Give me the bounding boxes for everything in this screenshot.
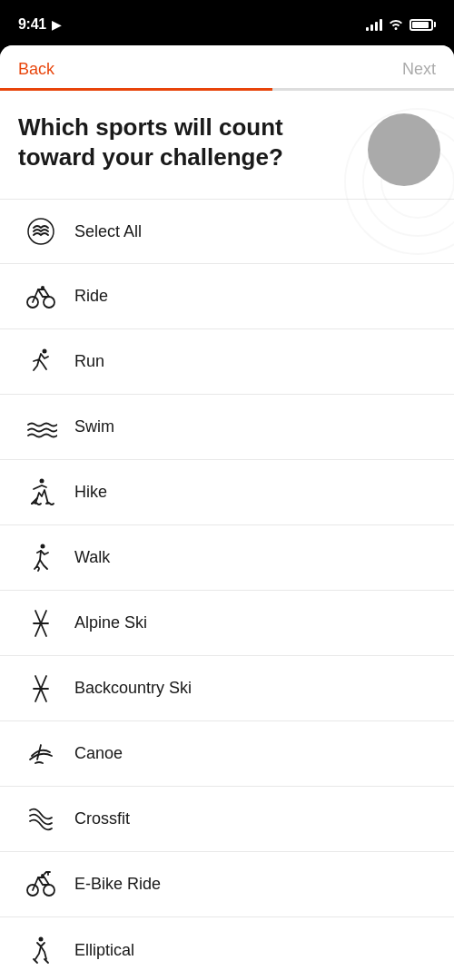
sport-item-ride[interactable]: Ride <box>0 264 454 329</box>
signal-icon <box>366 19 382 31</box>
sport-label-backcountry-ski: Backcountry Ski <box>74 679 192 698</box>
canoe-icon <box>18 731 64 777</box>
svg-point-18 <box>44 885 54 896</box>
sport-item-alpine-ski[interactable]: Alpine Ski <box>0 591 454 656</box>
alpine-ski-icon <box>18 601 64 646</box>
sport-list: Select All Ride <box>0 199 454 980</box>
sport-item-backcountry-ski[interactable]: Backcountry Ski <box>0 656 454 721</box>
svg-point-7 <box>41 286 44 289</box>
svg-point-20 <box>39 937 44 942</box>
sport-item-hike[interactable]: Hike <box>0 460 454 525</box>
battery-icon <box>410 19 436 31</box>
status-time: 9:41 <box>18 16 46 33</box>
sport-item-walk[interactable]: Walk <box>0 525 454 591</box>
decorative-circle <box>363 109 445 191</box>
sport-label-select-all: Select All <box>74 222 142 241</box>
ebike-icon <box>18 862 64 907</box>
sport-item-run[interactable]: Run <box>0 329 454 395</box>
svg-point-10 <box>41 544 45 548</box>
sport-label-ride: Ride <box>74 287 108 306</box>
run-icon <box>18 339 64 385</box>
backcountry-ski-icon <box>18 666 64 711</box>
sport-label-ebike: E-Bike Ride <box>74 875 161 894</box>
svg-point-6 <box>44 297 54 308</box>
sport-item-ebike[interactable]: E-Bike Ride <box>0 852 454 917</box>
sport-label-alpine-ski: Alpine Ski <box>74 613 147 632</box>
nav-bar: Back Next <box>0 45 454 79</box>
ride-icon <box>18 274 64 319</box>
status-bar: 9:41 ▶ <box>0 0 454 45</box>
sport-label-crossfit: Crossfit <box>74 809 130 828</box>
select-all-icon <box>18 209 64 254</box>
sport-item-swim[interactable]: Swim <box>0 395 454 460</box>
sport-item-crossfit[interactable]: Crossfit <box>0 787 454 852</box>
sport-label-canoe: Canoe <box>74 744 123 763</box>
next-button[interactable]: Next <box>402 60 436 79</box>
sport-label-elliptical: Elliptical <box>74 941 134 960</box>
location-icon: ▶ <box>52 18 61 32</box>
wifi-icon <box>388 17 404 33</box>
back-button[interactable]: Back <box>18 60 54 79</box>
svg-point-9 <box>40 478 44 483</box>
crossfit-icon <box>18 797 64 842</box>
sport-item-canoe[interactable]: Canoe <box>0 721 454 787</box>
sport-label-walk: Walk <box>74 548 110 567</box>
main-container: Back Next Which sports will count toward… <box>0 45 454 980</box>
status-left: 9:41 ▶ <box>18 16 61 33</box>
hike-icon <box>18 470 64 515</box>
sport-item-elliptical[interactable]: Elliptical <box>0 917 454 980</box>
header-section: Which sports will count toward your chal… <box>0 91 454 181</box>
status-right <box>366 17 436 33</box>
swim-icon <box>18 405 64 450</box>
walk-icon <box>18 535 64 581</box>
page-title: Which sports will count toward your chal… <box>18 113 309 172</box>
sport-label-swim: Swim <box>74 417 114 436</box>
elliptical-icon <box>18 927 64 973</box>
svg-point-3 <box>368 113 440 186</box>
svg-point-8 <box>43 348 47 353</box>
sport-label-run: Run <box>74 352 104 371</box>
sport-label-hike: Hike <box>74 483 107 502</box>
